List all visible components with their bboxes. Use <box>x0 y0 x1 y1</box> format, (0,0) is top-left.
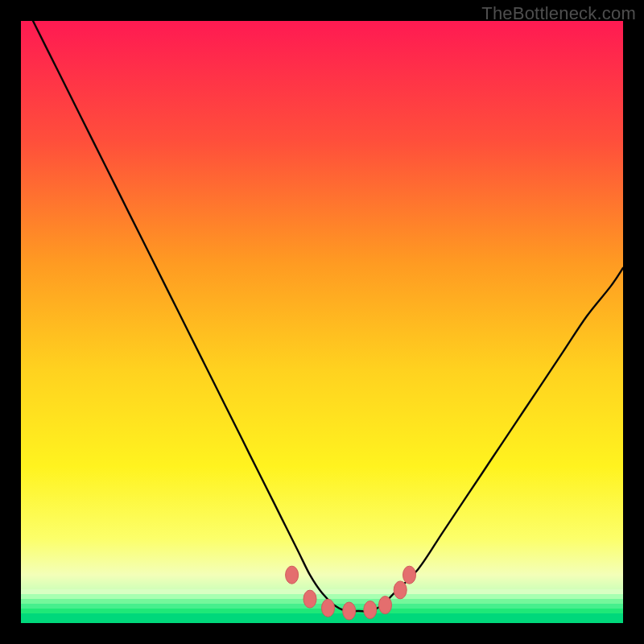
curve-marker <box>322 599 335 617</box>
curve-marker <box>286 566 299 584</box>
curve-marker <box>379 597 392 614</box>
curve-marker <box>394 581 407 599</box>
curve-markers <box>286 566 416 620</box>
bottleneck-curve <box>21 21 623 623</box>
curve-path <box>33 21 623 612</box>
outer-black-frame: TheBottleneck.com <box>0 0 644 644</box>
curve-marker <box>403 566 416 584</box>
curve-marker <box>303 590 316 608</box>
watermark-text: TheBottleneck.com <box>481 3 636 24</box>
curve-marker <box>364 601 377 619</box>
plot-area <box>21 21 623 623</box>
curve-marker <box>343 602 356 620</box>
